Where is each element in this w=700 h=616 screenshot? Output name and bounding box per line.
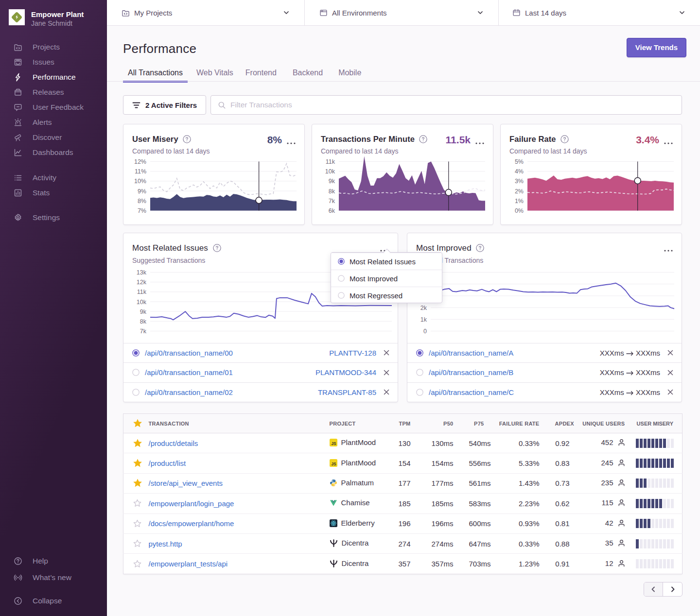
svg-text:11%: 11% xyxy=(135,168,146,175)
svg-text:10k: 10k xyxy=(137,299,147,306)
svg-text:JS: JS xyxy=(331,462,336,466)
svg-text:3%: 3% xyxy=(515,178,524,185)
svg-text:13k: 13k xyxy=(137,269,147,276)
svg-text:10k: 10k xyxy=(325,168,335,175)
svg-text:8k: 8k xyxy=(329,188,335,195)
svg-text:11k: 11k xyxy=(326,158,335,165)
svg-text:4%: 4% xyxy=(515,168,524,175)
svg-text:8k: 8k xyxy=(140,318,147,325)
svg-text:9k: 9k xyxy=(140,308,147,315)
svg-text:1%: 1% xyxy=(515,198,524,205)
svg-text:10%: 10% xyxy=(134,178,146,185)
svg-text:6k: 6k xyxy=(329,207,335,214)
svg-text:0%: 0% xyxy=(515,207,524,214)
svg-text:2k: 2k xyxy=(420,305,427,311)
svg-text:0: 0 xyxy=(423,328,427,335)
svg-text:12%: 12% xyxy=(134,158,146,165)
svg-text:1k: 1k xyxy=(420,316,427,323)
svg-text:9k: 9k xyxy=(329,178,335,185)
svg-text:7k: 7k xyxy=(329,198,335,205)
svg-text:8%: 8% xyxy=(138,198,146,205)
svg-text:7%: 7% xyxy=(138,207,146,214)
svg-text:5%: 5% xyxy=(515,158,524,165)
svg-text:2%: 2% xyxy=(515,188,524,195)
svg-text:7k: 7k xyxy=(140,328,147,335)
svg-text:JS: JS xyxy=(331,442,336,446)
svg-text:11k: 11k xyxy=(137,289,147,295)
svg-text:9%: 9% xyxy=(138,188,146,195)
svg-text:12k: 12k xyxy=(137,279,147,286)
